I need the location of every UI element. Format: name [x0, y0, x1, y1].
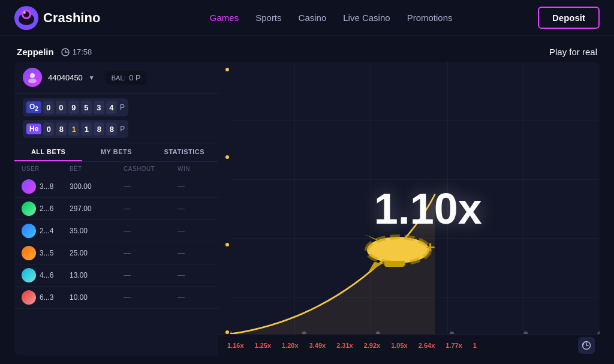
nav-item-promotions[interactable]: Promotions [407, 13, 453, 23]
history-item: 1.20x [278, 340, 303, 351]
game-wrapper: Zeppelin 17:58 Play for real 44040450 ▼ [0, 36, 614, 356]
logo-icon [14, 6, 38, 30]
deposit-button[interactable]: Deposit [538, 7, 600, 29]
row-avatar [22, 246, 36, 260]
score-he-d1: 8 [56, 122, 67, 136]
history-item: 2.92x [360, 340, 385, 351]
score-he-d3: 1 [81, 122, 92, 136]
score-o2-d5: 4 [106, 101, 117, 114]
history-item: 2.64x [414, 340, 440, 351]
clock-icon [61, 48, 70, 56]
username: 44040450 [48, 73, 83, 82]
score-o2-d0: 0 [43, 101, 54, 114]
row-username: 6...3 [40, 293, 53, 302]
row-cashout: — [124, 204, 177, 213]
score-o2-d2: 9 [68, 101, 79, 114]
row-win: — [177, 293, 218, 302]
main-nav: GamesSportsCasinoLive CasinoPromotions [124, 13, 538, 23]
history-item: 1.05x [387, 340, 412, 351]
table-row: 2...6 297.00 — — [14, 198, 218, 220]
table-row: 4...6 13.00 — — [14, 264, 218, 287]
multiplier-display: 1.10x [374, 184, 482, 233]
nav-item-live-casino[interactable]: Live Casino [343, 13, 390, 23]
row-avatar [22, 290, 36, 305]
score-he-label: He [26, 124, 41, 134]
tab-my-bets[interactable]: My Bets [82, 143, 150, 161]
col-bet: Bet [70, 166, 124, 172]
row-win: — [177, 249, 218, 257]
row-username: 3...5 [40, 249, 53, 257]
tab-statistics[interactable]: Statistics [151, 143, 218, 161]
user-cell: 3...5 [22, 246, 70, 260]
score-o2-badge: O2 0 0 9 5 3 4 P [23, 98, 128, 116]
score-o2-d1: 0 [56, 101, 67, 114]
col-win: Win [177, 166, 218, 172]
table-row: 3...8 300.00 — — [14, 176, 218, 198]
nav-item-sports[interactable]: Sports [255, 13, 281, 23]
game-top-bar: Zeppelin 17:58 Play for real [14, 42, 600, 62]
row-win: — [177, 182, 218, 191]
zeppelin [359, 233, 437, 278]
history-item: 1.16x [223, 340, 248, 351]
nav-item-casino[interactable]: Casino [299, 13, 327, 23]
user-cell: 2...4 [22, 224, 70, 238]
right-panel: 1.10x 1.16x 1.25x 1.20x 3.49x 2.31x 2.92… [218, 62, 600, 356]
svg-rect-18 [384, 261, 405, 267]
row-bet: 35.00 [70, 227, 124, 235]
bets-table: User Bet Cashout Win 3...8 300.00 — — [14, 162, 218, 356]
history-item: 1 [469, 340, 481, 351]
col-cashout: Cashout [124, 166, 177, 172]
logo-area: Crashino [14, 6, 100, 30]
row-username: 3...8 [40, 182, 53, 191]
scoreboard: O2 0 0 9 5 3 4 P He 0 8 1 1 8 8 [14, 94, 218, 143]
score-he-suffix: P [120, 125, 125, 133]
row-avatar [22, 201, 36, 216]
row-bet: 25.00 [70, 249, 124, 257]
score-o2-d3: 5 [81, 101, 92, 114]
y-axis [225, 68, 229, 334]
tab-all-bets[interactable]: All Bets [14, 143, 82, 161]
row-avatar [22, 224, 36, 238]
row-bet: 10.00 [70, 293, 124, 302]
row-avatar [22, 268, 36, 282]
row-bet: 297.00 [70, 204, 124, 213]
score-he-d2: 1 [68, 122, 79, 136]
dropdown-arrow-icon[interactable]: ▼ [89, 74, 95, 81]
nav-item-games[interactable]: Games [210, 13, 239, 23]
game-content: 44040450 ▼ BAL: 0 P O2 0 0 9 5 3 4 [14, 62, 600, 356]
table-row: 2...4 35.00 — — [14, 220, 218, 242]
row-username: 4...6 [40, 271, 53, 279]
time-display: 17:58 [61, 47, 92, 56]
balance-value: 0 P [129, 73, 141, 82]
row-win: — [177, 271, 218, 279]
history-button[interactable] [578, 337, 595, 354]
score-he-d4: 8 [94, 122, 104, 136]
svg-marker-19 [368, 262, 383, 272]
game-top-left: Zeppelin 17:58 [17, 47, 92, 57]
row-avatar [22, 179, 36, 194]
score-o2-suffix: P [120, 103, 125, 112]
table-row: 6...3 10.00 — — [14, 287, 218, 309]
history-item: 1.77x [441, 340, 466, 351]
table-row: 3...5 25.00 — — [14, 242, 218, 264]
row-bet: 300.00 [70, 182, 124, 191]
user-cell: 2...6 [22, 201, 70, 216]
balance-display: BAL: 0 P [106, 71, 147, 85]
svg-point-4 [23, 11, 26, 14]
left-panel: 44040450 ▼ BAL: 0 P O2 0 0 9 5 3 4 [14, 62, 218, 356]
user-cell: 3...8 [22, 179, 70, 194]
col-user: User [22, 166, 70, 172]
user-bar: 44040450 ▼ BAL: 0 P [14, 62, 218, 94]
svg-point-9 [28, 79, 37, 83]
row-cashout: — [124, 249, 177, 257]
svg-point-8 [30, 73, 35, 78]
row-cashout: — [124, 271, 177, 279]
history-bar: 1.16x 1.25x 1.20x 3.49x 2.31x 2.92x 1.05… [218, 334, 600, 356]
balance-label: BAL: [112, 74, 126, 82]
zeppelin-icon [359, 233, 437, 275]
table-header: User Bet Cashout Win [14, 162, 218, 176]
history-icon [582, 341, 591, 350]
svg-rect-22 [429, 243, 431, 251]
row-cashout: — [124, 182, 177, 191]
history-item: 2.31x [332, 340, 357, 351]
